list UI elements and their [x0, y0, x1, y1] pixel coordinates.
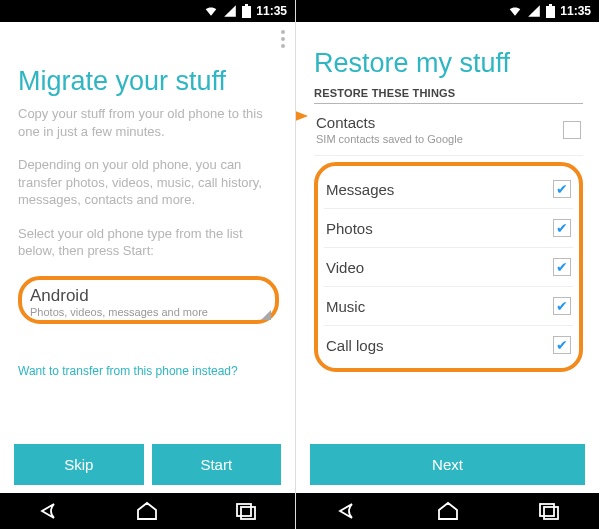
- info-paragraph-2: Select your old phone type from the list…: [18, 225, 279, 260]
- row-label: Music: [326, 298, 365, 315]
- checkbox[interactable]: ✔: [553, 219, 571, 237]
- back-icon[interactable]: [334, 501, 360, 521]
- overflow-menu-icon[interactable]: [281, 30, 285, 48]
- status-time: 11:35: [256, 4, 287, 18]
- svg-rect-3: [241, 507, 255, 519]
- restore-row[interactable]: Photos ✔: [324, 209, 573, 248]
- svg-rect-0: [242, 6, 251, 18]
- checkbox[interactable]: ✔: [553, 258, 571, 276]
- signal-icon: [223, 4, 237, 18]
- checkbox[interactable]: ✔: [553, 180, 571, 198]
- battery-icon: [546, 4, 555, 18]
- row-label: Call logs: [326, 337, 384, 354]
- home-icon[interactable]: [435, 501, 461, 521]
- wifi-icon: [204, 4, 218, 18]
- button-row: Next: [296, 444, 599, 493]
- skip-button[interactable]: Skip: [14, 444, 144, 485]
- svg-rect-5: [549, 4, 552, 6]
- recent-apps-icon[interactable]: [536, 501, 562, 521]
- svg-rect-4: [546, 6, 555, 18]
- restore-screen: 11:35 Restore my stuff RESTORE THESE THI…: [295, 0, 599, 529]
- row-label: Messages: [326, 181, 394, 198]
- info-paragraph-1: Depending on your old phone, you can tra…: [18, 156, 279, 209]
- restore-row[interactable]: Music ✔: [324, 287, 573, 326]
- row-label: Contacts: [316, 114, 463, 131]
- row-label: Video: [326, 259, 364, 276]
- start-button[interactable]: Start: [152, 444, 282, 485]
- status-time: 11:35: [560, 4, 591, 18]
- android-nav-bar: [0, 493, 295, 529]
- signal-icon: [527, 4, 541, 18]
- page-title: Restore my stuff: [314, 48, 583, 79]
- row-sublabel: SIM contacts saved to Google: [316, 133, 463, 145]
- restore-row[interactable]: Call logs ✔: [324, 326, 573, 364]
- row-label: Photos: [326, 220, 373, 237]
- next-button[interactable]: Next: [310, 444, 585, 485]
- transfer-link[interactable]: Want to transfer from this phone instead…: [18, 364, 279, 378]
- page-title: Migrate your stuff: [18, 66, 279, 97]
- dropdown-value: Android: [30, 286, 267, 306]
- restore-content: Restore my stuff RESTORE THESE THINGS Co…: [296, 22, 599, 444]
- battery-icon: [242, 4, 251, 18]
- dropdown-handle-icon: [261, 310, 271, 320]
- home-icon[interactable]: [134, 501, 160, 521]
- button-row: Skip Start: [0, 444, 295, 493]
- restore-row-contacts[interactable]: Contacts SIM contacts saved to Google: [314, 104, 583, 156]
- migrate-screen: 11:35 Migrate your stuff Copy your stuff…: [0, 0, 295, 529]
- restore-row[interactable]: Video ✔: [324, 248, 573, 287]
- recent-apps-icon[interactable]: [233, 501, 259, 521]
- svg-rect-1: [245, 4, 248, 6]
- dropdown-sublabel: Photos, videos, messages and more: [30, 306, 267, 318]
- status-bar: 11:35: [296, 0, 599, 22]
- checkbox[interactable]: ✔: [553, 297, 571, 315]
- svg-rect-6: [540, 504, 554, 516]
- wifi-icon: [508, 4, 522, 18]
- annotation-arrow-icon: [296, 108, 308, 124]
- svg-rect-7: [544, 507, 558, 519]
- checkbox[interactable]: [563, 121, 581, 139]
- page-subtitle: Copy your stuff from your old phone to t…: [18, 105, 279, 140]
- back-icon[interactable]: [36, 501, 62, 521]
- svg-rect-2: [237, 504, 251, 516]
- phone-type-dropdown[interactable]: Android Photos, videos, messages and mor…: [18, 276, 279, 324]
- section-header: RESTORE THESE THINGS: [314, 87, 583, 104]
- restore-list: Messages ✔ Photos ✔ Video ✔ Music ✔ Call…: [314, 162, 583, 372]
- migrate-content: Migrate your stuff Copy your stuff from …: [0, 22, 295, 444]
- restore-row[interactable]: Messages ✔: [324, 170, 573, 209]
- checkbox[interactable]: ✔: [553, 336, 571, 354]
- android-nav-bar: [296, 493, 599, 529]
- status-bar: 11:35: [0, 0, 295, 22]
